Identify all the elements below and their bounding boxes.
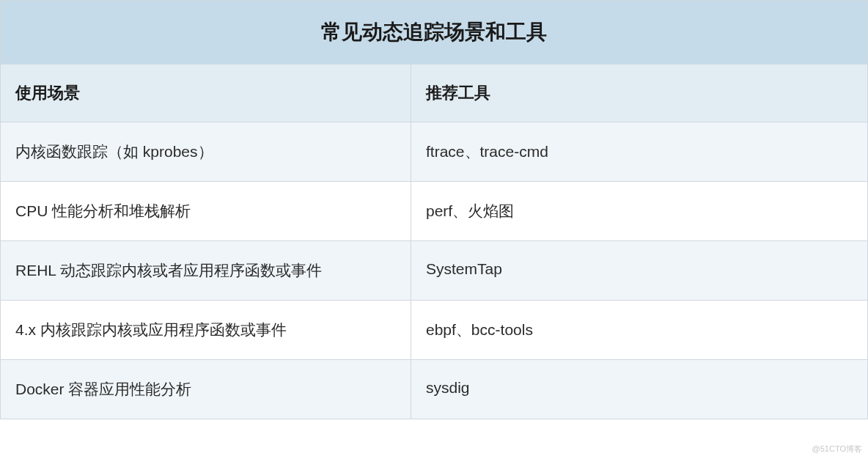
cell-tool: perf、火焰图 <box>411 182 867 240</box>
table-row: Docker 容器应用性能分析 sysdig <box>1 360 867 419</box>
header-tool: 推荐工具 <box>411 65 867 122</box>
table-body: 内核函数跟踪（如 kprobes） ftrace、trace-cmd CPU 性… <box>1 122 867 419</box>
table-row: REHL 动态跟踪内核或者应用程序函数或事件 SystemTap <box>1 241 867 301</box>
watermark: @51CTO博客 <box>812 444 862 455</box>
cell-scenario: 4.x 内核跟踪内核或应用程序函数或事件 <box>1 301 411 359</box>
header-scenario: 使用场景 <box>1 65 411 122</box>
table-title: 常见动态追踪场景和工具 <box>1 1 867 65</box>
table-row: 内核函数跟踪（如 kprobes） ftrace、trace-cmd <box>1 122 867 182</box>
cell-tool: SystemTap <box>411 241 867 300</box>
cell-scenario: REHL 动态跟踪内核或者应用程序函数或事件 <box>1 241 411 300</box>
cell-scenario: CPU 性能分析和堆栈解析 <box>1 182 411 240</box>
cell-scenario: Docker 容器应用性能分析 <box>1 360 411 419</box>
table-row: CPU 性能分析和堆栈解析 perf、火焰图 <box>1 182 867 241</box>
table-header: 使用场景 推荐工具 <box>1 65 867 122</box>
tracing-tools-table: 常见动态追踪场景和工具 使用场景 推荐工具 内核函数跟踪（如 kprobes） … <box>0 0 868 419</box>
cell-tool: ebpf、bcc-tools <box>411 301 867 359</box>
cell-scenario: 内核函数跟踪（如 kprobes） <box>1 122 411 181</box>
cell-tool: ftrace、trace-cmd <box>411 122 867 181</box>
cell-tool: sysdig <box>411 360 867 419</box>
table-row: 4.x 内核跟踪内核或应用程序函数或事件 ebpf、bcc-tools <box>1 301 867 360</box>
